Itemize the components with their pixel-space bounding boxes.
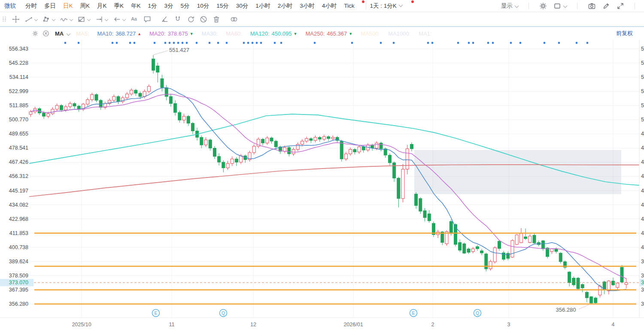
wave-icon[interactable] — [59, 14, 69, 24]
signal-dot-icon[interactable] — [492, 42, 494, 44]
signal-dot-icon[interactable] — [78, 42, 80, 44]
candle[interactable] — [231, 159, 234, 163]
period-tab-14[interactable]: 2小时 — [278, 2, 293, 10]
signal-dot-icon[interactable] — [209, 42, 211, 44]
candle[interactable] — [301, 141, 304, 144]
candle[interactable] — [55, 105, 58, 109]
candle[interactable] — [344, 154, 347, 159]
candle[interactable] — [95, 95, 98, 100]
candle[interactable] — [147, 86, 150, 91]
candle[interactable] — [594, 298, 597, 303]
period-tab-13[interactable]: 1小时 — [255, 2, 270, 10]
candle[interactable] — [353, 149, 356, 152]
signal-dot-icon[interactable] — [274, 42, 276, 44]
candle[interactable] — [498, 241, 501, 249]
candle[interactable] — [209, 140, 212, 148]
candle[interactable] — [222, 162, 225, 168]
candle[interactable] — [476, 247, 479, 249]
ban-icon[interactable] — [198, 14, 209, 24]
signal-dot-icon[interactable] — [164, 42, 167, 44]
signal-dot-icon[interactable] — [112, 42, 114, 44]
candle[interactable] — [152, 59, 155, 70]
candle[interactable] — [519, 234, 522, 243]
event-marker-E[interactable]: E — [410, 310, 417, 317]
candle[interactable] — [143, 91, 146, 96]
measure-icon[interactable] — [94, 14, 104, 24]
candle[interactable] — [349, 149, 352, 153]
candle[interactable] — [322, 137, 325, 139]
candle[interactable] — [156, 66, 159, 72]
candle[interactable] — [401, 169, 404, 199]
candle[interactable] — [331, 137, 334, 138]
candle[interactable] — [388, 155, 391, 163]
candle[interactable] — [529, 236, 532, 243]
period-tab-15[interactable]: 3小时 — [300, 2, 315, 10]
ma-item-MA1000[interactable]: MA1000: — [388, 30, 410, 37]
period-tab-2[interactable]: 日K — [63, 2, 73, 10]
candle[interactable] — [191, 123, 194, 131]
candle[interactable] — [480, 251, 483, 253]
signal-dot-icon[interactable] — [64, 42, 67, 44]
signal-dot-icon[interactable] — [226, 42, 228, 44]
candle[interactable] — [541, 241, 544, 249]
candle[interactable] — [375, 143, 378, 148]
period-tab-7[interactable]: 1分 — [148, 2, 157, 10]
comment-icon[interactable] — [142, 14, 152, 24]
candle[interactable] — [598, 286, 601, 295]
candle[interactable] — [130, 90, 133, 94]
ma-item-MA500[interactable]: MA500: — [361, 30, 380, 37]
candle[interactable] — [397, 178, 400, 199]
candle[interactable] — [550, 249, 553, 251]
text-icon[interactable]: Aa — [129, 14, 140, 24]
candle[interactable] — [218, 156, 221, 162]
signal-dot-icon[interactable] — [260, 42, 262, 44]
candle[interactable] — [91, 95, 94, 100]
candle[interactable] — [292, 149, 295, 153]
candle[interactable] — [459, 243, 462, 250]
candle[interactable] — [178, 112, 181, 120]
signal-dot-icon[interactable] — [243, 42, 245, 44]
candle[interactable] — [73, 103, 76, 106]
candle[interactable] — [555, 249, 558, 251]
signal-dot-icon[interactable] — [182, 42, 184, 44]
candle[interactable] — [450, 222, 453, 234]
signal-dot-icon[interactable] — [247, 42, 249, 44]
candle[interactable] — [533, 235, 536, 243]
period-tab-12[interactable]: 30分 — [236, 2, 249, 10]
candle[interactable] — [296, 144, 299, 150]
chevron-down-icon[interactable] — [52, 17, 55, 21]
compare-icon[interactable] — [229, 14, 239, 24]
candle[interactable] — [134, 90, 137, 93]
signal-dot-icon[interactable] — [186, 42, 188, 44]
candle[interactable] — [29, 112, 32, 114]
candle[interactable] — [590, 297, 593, 303]
candle[interactable] — [467, 249, 470, 252]
ma-item-MA30[interactable]: MA30: — [202, 30, 218, 37]
magnet-icon[interactable] — [173, 14, 183, 24]
candle[interactable] — [51, 109, 54, 114]
candle[interactable] — [577, 278, 580, 289]
ma-item-MA250[interactable]: MA250:465.367▼ — [305, 30, 352, 37]
candle[interactable] — [493, 248, 496, 262]
candle[interactable] — [69, 103, 72, 106]
candle[interactable] — [283, 147, 286, 151]
candle[interactable] — [161, 78, 164, 87]
camera-icon[interactable] — [588, 2, 596, 10]
candle[interactable] — [187, 116, 190, 123]
candle[interactable] — [182, 116, 185, 120]
candle[interactable] — [261, 139, 264, 143]
candle[interactable] — [419, 199, 422, 211]
candle[interactable] — [581, 284, 584, 288]
candle[interactable] — [489, 262, 492, 269]
signal-dot-icon[interactable] — [256, 42, 258, 44]
candle[interactable] — [213, 148, 216, 156]
period-tab-5[interactable]: 季K — [114, 2, 124, 10]
chevron-down-icon[interactable] — [34, 17, 38, 21]
event-marker-Q[interactable]: Q — [474, 310, 481, 317]
signal-dot-icon[interactable] — [154, 42, 156, 44]
candle[interactable] — [200, 137, 203, 145]
display-menu[interactable]: 显示 — [501, 2, 518, 10]
candle[interactable] — [318, 137, 321, 139]
adjust-mode-label[interactable]: 前复权 — [616, 30, 644, 37]
collapse-icon[interactable] — [617, 2, 624, 10]
